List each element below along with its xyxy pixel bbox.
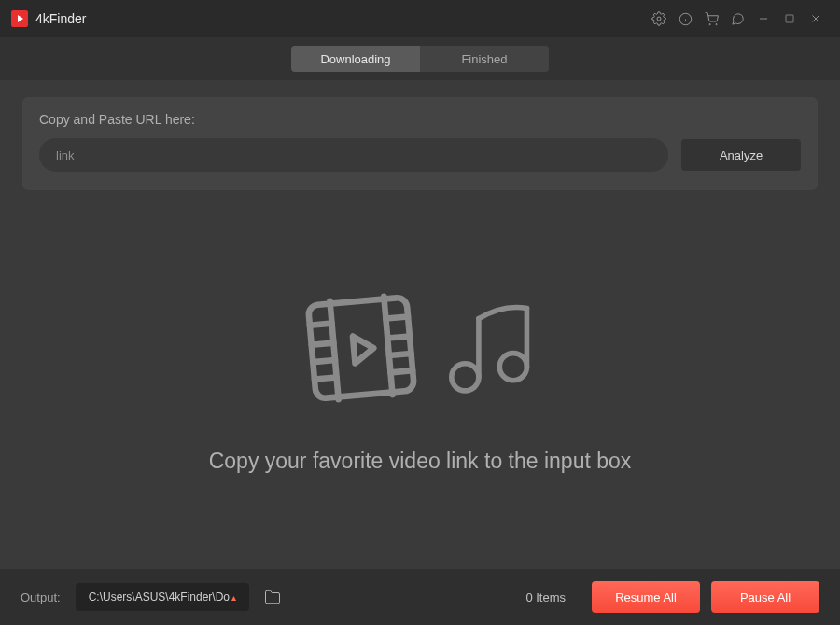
svg-point-4 [709, 23, 710, 24]
maximize-icon[interactable] [777, 6, 803, 32]
svg-line-13 [310, 323, 332, 325]
svg-line-19 [389, 353, 412, 354]
svg-line-17 [385, 316, 408, 318]
open-folder-button[interactable] [260, 585, 285, 609]
url-panel: Copy and Paste URL here: Analyze [22, 97, 818, 190]
svg-point-23 [499, 353, 526, 380]
pause-all-button[interactable]: Pause All [711, 581, 819, 613]
svg-line-14 [312, 342, 334, 344]
svg-marker-21 [353, 334, 375, 363]
svg-rect-10 [308, 297, 414, 398]
info-icon[interactable] [672, 6, 698, 32]
output-path-selector[interactable]: C:\Users\ASUS\4kFinder\Do ▴ [76, 583, 249, 611]
app-logo-icon [11, 10, 28, 27]
settings-icon[interactable] [646, 6, 672, 32]
resume-all-button[interactable]: Resume All [592, 581, 700, 613]
chevron-up-icon: ▴ [231, 592, 236, 603]
svg-line-16 [315, 377, 337, 379]
url-row: Analyze [39, 138, 801, 172]
analyze-button[interactable]: Analyze [681, 139, 801, 171]
output-label: Output: [21, 590, 61, 604]
svg-line-18 [387, 336, 410, 338]
svg-line-12 [384, 296, 392, 394]
empty-state: Copy your favorite video link to the inp… [22, 190, 818, 569]
close-icon[interactable] [803, 6, 829, 32]
bottombar: Output: C:\Users\ASUS\4kFinder\Do ▴ 0 It… [0, 569, 840, 625]
cart-icon[interactable] [698, 6, 724, 32]
svg-line-15 [313, 360, 335, 362]
app-title: 4kFinder [35, 11, 86, 26]
titlebar: 4kFinder [0, 0, 840, 37]
url-input[interactable] [39, 138, 668, 172]
url-label: Copy and Paste URL here: [39, 112, 801, 127]
tab-downloading[interactable]: Downloading [291, 46, 420, 72]
svg-point-5 [715, 23, 716, 24]
svg-point-0 [657, 17, 661, 21]
empty-state-text: Copy your favorite video link to the inp… [209, 449, 632, 474]
svg-point-22 [452, 363, 479, 390]
output-path-text: C:\Users\ASUS\4kFinder\Do [89, 590, 230, 604]
tab-finished[interactable]: Finished [420, 46, 549, 72]
content-area: Copy and Paste URL here: Analyze [0, 80, 840, 569]
music-note-icon [436, 296, 540, 400]
tabs: Downloading Finished [291, 46, 549, 72]
chat-icon[interactable] [724, 6, 750, 32]
film-icon [300, 286, 423, 410]
tabs-row: Downloading Finished [0, 37, 840, 80]
minimize-icon[interactable] [750, 6, 777, 32]
svg-line-11 [329, 300, 338, 398]
empty-state-icons [300, 286, 540, 410]
items-count: 0 Items [525, 590, 566, 604]
svg-line-20 [390, 370, 413, 372]
svg-rect-7 [786, 15, 793, 22]
